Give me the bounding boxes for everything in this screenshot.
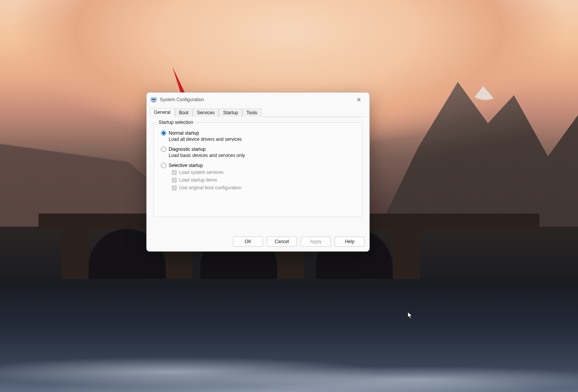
wallpaper-foam bbox=[0, 292, 578, 392]
radio-label: Diagnostic startup bbox=[169, 147, 206, 152]
svg-rect-2 bbox=[152, 102, 155, 102]
apply-button: Apply bbox=[301, 237, 331, 247]
radio-input[interactable] bbox=[161, 147, 166, 152]
checkbox-input bbox=[172, 178, 177, 183]
tab-services[interactable]: Services bbox=[193, 108, 219, 117]
radio-selective-startup[interactable]: Selective startup bbox=[161, 163, 357, 168]
check-original-boot-config: Use original boot configuration bbox=[172, 185, 357, 190]
button-label: Help bbox=[345, 239, 355, 244]
startup-selection-group: Startup selection Normal startup Load al… bbox=[154, 122, 362, 217]
radio-label: Normal startup bbox=[169, 130, 199, 136]
radio-input[interactable] bbox=[161, 163, 166, 168]
tab-general[interactable]: General bbox=[150, 108, 175, 117]
radio-diagnostic-startup[interactable]: Diagnostic startup bbox=[161, 147, 357, 152]
tab-label: Tools bbox=[246, 110, 257, 115]
check-load-startup-items: Load startup items bbox=[172, 177, 357, 183]
dialog-footer: OK Cancel Apply Help bbox=[233, 237, 365, 247]
help-button[interactable]: Help bbox=[335, 237, 365, 247]
dialog-title: System Configuration bbox=[160, 97, 204, 102]
tab-strip: General Boot Services Startup Tools bbox=[150, 107, 366, 117]
checkbox-input bbox=[172, 185, 177, 190]
system-configuration-dialog: System Configuration General Boot Servic… bbox=[146, 92, 370, 252]
radio-label: Selective startup bbox=[169, 163, 203, 168]
tab-label: General bbox=[154, 110, 171, 115]
msconfig-icon bbox=[151, 97, 157, 103]
tab-startup[interactable]: Startup bbox=[219, 108, 242, 117]
checkbox-label: Use original boot configuration bbox=[179, 185, 241, 190]
checkbox-input bbox=[172, 170, 177, 175]
button-label: Cancel bbox=[275, 239, 289, 244]
cancel-button[interactable]: Cancel bbox=[267, 237, 297, 247]
desktop: System Configuration General Boot Servic… bbox=[0, 0, 578, 392]
checkbox-label: Load startup items bbox=[179, 177, 217, 183]
svg-rect-1 bbox=[152, 98, 156, 100]
radio-diagnostic-desc: Load basic devices and services only bbox=[169, 153, 357, 158]
titlebar[interactable]: System Configuration bbox=[147, 93, 369, 107]
radio-normal-desc: Load all device drivers and services bbox=[169, 137, 357, 142]
tab-tools[interactable]: Tools bbox=[242, 108, 261, 117]
tab-content-general: Startup selection Normal startup Load al… bbox=[147, 117, 369, 217]
ok-button[interactable]: OK bbox=[233, 237, 263, 247]
radio-input[interactable] bbox=[161, 130, 166, 136]
button-label: OK bbox=[245, 239, 251, 244]
tab-label: Startup bbox=[223, 110, 238, 115]
checkbox-label: Load system services bbox=[179, 170, 223, 175]
group-legend: Startup selection bbox=[157, 120, 194, 125]
close-icon bbox=[357, 98, 361, 102]
tab-label: Boot bbox=[179, 110, 189, 115]
close-button[interactable] bbox=[351, 94, 367, 105]
check-load-system-services: Load system services bbox=[172, 170, 357, 175]
button-label: Apply bbox=[310, 239, 322, 244]
radio-normal-startup[interactable]: Normal startup bbox=[161, 130, 357, 136]
tab-label: Services bbox=[197, 110, 214, 115]
tab-boot[interactable]: Boot bbox=[175, 108, 193, 117]
